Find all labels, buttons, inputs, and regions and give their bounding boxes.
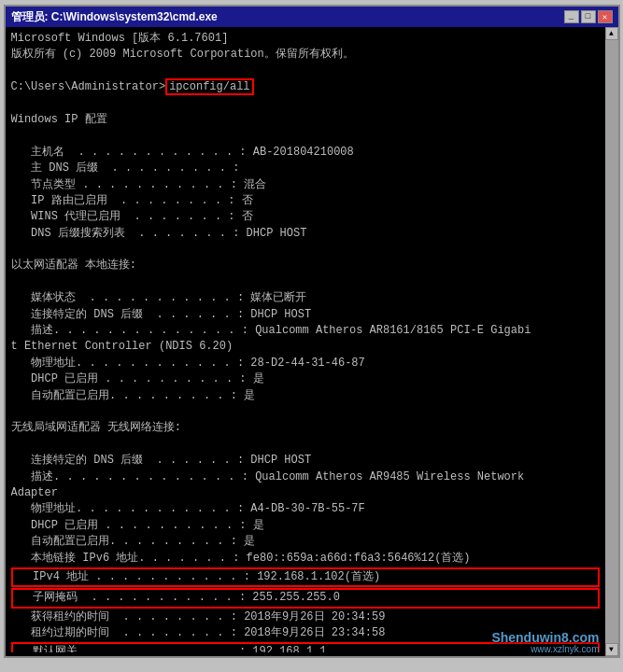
line-win-ip: Windows IP 配置: [11, 112, 600, 128]
watermark-secondary: www.xzlnyk.com: [531, 643, 599, 657]
line-wifi-dhcp: DHCP 已启用 . . . . . . . . . . : 是: [11, 518, 600, 534]
window-controls: _ □ ✕: [564, 10, 613, 23]
scroll-up-button[interactable]: ▲: [605, 27, 618, 40]
line-blank5: [11, 404, 600, 420]
maximize-button[interactable]: □: [581, 10, 596, 23]
scrollbar[interactable]: ▲ ▼: [605, 27, 618, 656]
line-dns-search: DNS 后缀搜索列表 . . . . . . . : DHCP HOST: [11, 226, 600, 242]
line-3: [11, 63, 600, 79]
line-blank4: [11, 274, 600, 290]
line-wifi-dns: 连接特定的 DNS 后缀 . . . . . . : DHCP HOST: [11, 453, 600, 469]
line-2: 版权所有 (c) 2009 Microsoft Corporation。保留所有…: [11, 47, 600, 63]
cmd-text-area: Microsoft Windows [版本 6.1.7601] 版权所有 (c)…: [11, 31, 600, 652]
line-blank3: [11, 242, 600, 258]
line-prompt: C:\Users\Administrator>ipconfig/all: [11, 79, 600, 95]
line-wifi-autoconf: 自动配置已启用. . . . . . . . . : 是: [11, 534, 600, 550]
scroll-track: [605, 40, 618, 643]
line-ethernet-header: 以太网适配器 本地连接:: [11, 258, 600, 273]
line-blank1: [11, 96, 600, 112]
line-eth-dhcp: DHCP 已启用 . . . . . . . . . . : 是: [11, 371, 600, 387]
line-eth-desc: 描述. . . . . . . . . . . . . . : Qualcomm…: [11, 323, 600, 339]
line-wifi-header: 无线局域网适配器 无线网络连接:: [11, 420, 600, 436]
line-blank2: [11, 128, 600, 144]
line-1: Microsoft Windows [版本 6.1.7601]: [11, 31, 600, 47]
close-button[interactable]: ✕: [598, 10, 613, 23]
line-wifi-desc: 描述. . . . . . . . . . . . . . : Qualcomm…: [11, 469, 600, 485]
line-blank6: [11, 437, 600, 453]
line-wins: WINS 代理已启用 . . . . . . . : 否: [11, 209, 600, 225]
line-wifi-mac: 物理地址. . . . . . . . . . . . : A4-DB-30-7…: [11, 501, 600, 517]
cmd-window: 管理员: C:\Windows\system32\cmd.exe _ □ ✕ M…: [4, 5, 620, 658]
title-bar: 管理员: C:\Windows\system32\cmd.exe _ □ ✕: [6, 7, 618, 27]
command-highlight: ipconfig/all: [165, 78, 253, 95]
line-ipv6: 本地链接 IPv6 地址. . . . . . . : fe80::659a:a…: [11, 551, 600, 567]
line-eth-autoconf: 自动配置已启用. . . . . . . . . : 是: [11, 388, 600, 404]
line-lease-obtained: 获得租约的时间 . . . . . . . . : 2018年9月26日 20:…: [11, 609, 600, 625]
line-media-state: 媒体状态 . . . . . . . . . . . : 媒体已断开: [11, 290, 600, 306]
cmd-content-area: Microsoft Windows [版本 6.1.7601] 版权所有 (c)…: [6, 27, 618, 656]
line-wifi-desc2: Adapter: [11, 485, 600, 501]
window-title: 管理员: C:\Windows\system32\cmd.exe: [11, 9, 218, 25]
line-dns-suffix: 主 DNS 后缀 . . . . . . . . . :: [11, 161, 600, 176]
minimize-button[interactable]: _: [564, 10, 579, 23]
line-hostname: 主机名 . . . . . . . . . . . . : AB-2018042…: [11, 145, 600, 161]
scroll-down-button[interactable]: ▼: [605, 643, 618, 656]
line-ipv4: IPv4 地址 . . . . . . . . . . . : 192.168.…: [11, 567, 600, 587]
line-ip-routing: IP 路由已启用 . . . . . . . . : 否: [11, 193, 600, 209]
line-eth-desc2: t Ethernet Controller (NDIS 6.20): [11, 339, 600, 355]
line-eth-mac: 物理地址. . . . . . . . . . . . : 28-D2-44-3…: [11, 356, 600, 371]
line-subnet: 子网掩码 . . . . . . . . . . . : 255.255.255…: [11, 588, 600, 608]
line-node: 节点类型 . . . . . . . . . . . : 混合: [11, 177, 600, 193]
line-eth-dns: 连接特定的 DNS 后缀 . . . . . . : DHCP HOST: [11, 307, 600, 323]
